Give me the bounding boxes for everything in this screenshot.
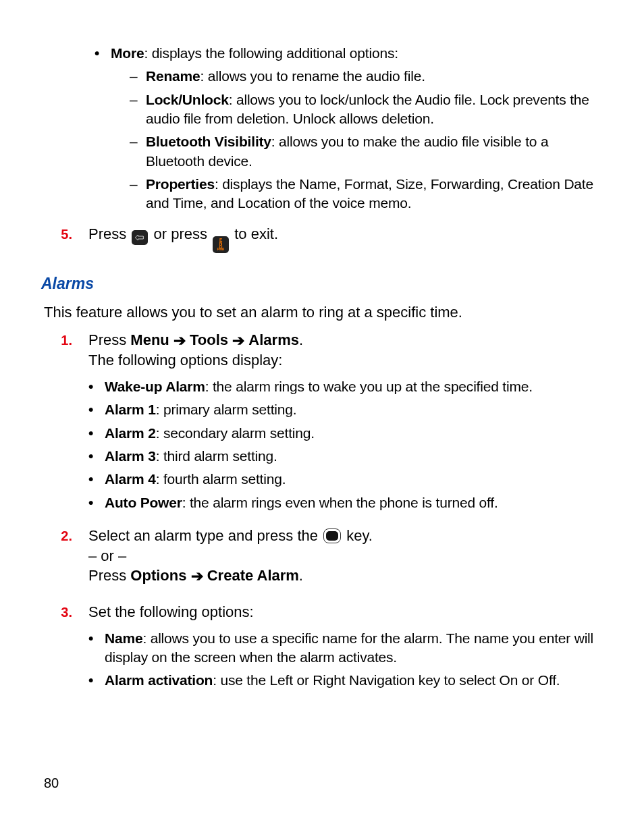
a1-desc: : primary alarm setting. [156,402,297,417]
a3-label: Alarm 3 [105,448,156,464]
exit-text: to exit. [234,225,278,242]
back-key-icon [132,230,148,245]
more-bt: Bluetooth Visibility: allows you to make… [130,132,603,171]
ap-label: Auto Power [105,495,182,510]
bt-label: Bluetooth Visibility [146,134,271,149]
step3-num: 3. [55,602,72,622]
press-text: Press [88,225,130,242]
orpress-text: or press [153,225,211,242]
a2-label: Alarm 2 [105,425,156,441]
page-number: 80 [44,774,59,792]
s2-options: Options [130,567,186,584]
props-label: Properties [146,176,215,192]
s1-alarms: Alarms [248,331,299,348]
s2-dot: . [299,567,303,584]
step-5-num: 5. [55,224,72,244]
s2-create: Create Alarm [207,567,299,584]
step1-nav: Press Menu ➔ Tools ➔ Alarms. [88,330,603,350]
a3-desc: : third alarm setting. [156,448,277,464]
s2-text-a: Select an alarm type and press the [88,527,322,544]
step2-line1: Select an alarm type and press the key. [88,526,603,546]
alarms-step-1: 1. Press Menu ➔ Tools ➔ Alarms. The foll… [55,330,603,516]
name-desc: : allows you to use a specific name for … [105,630,593,665]
opt-alarm4: Alarm 4: fourth alarm setting. [88,470,603,489]
s1-dot: . [299,331,303,348]
alarms-intro: This feature allows you to set an alarm … [44,302,603,323]
alarms-step-2: 2. Select an alarm type and press the ke… [55,526,603,586]
alarms-step-3: 3. Set the following options: Name: allo… [55,602,603,695]
opt-alarm1: Alarm 1: primary alarm setting. [88,400,603,419]
s1-press: Press [88,331,130,348]
opt-activation: Alarm activation: use the Left or Right … [88,671,603,690]
rename-label: Rename [146,68,200,84]
s1-tools: Tools [190,331,228,348]
more-label: More [111,45,144,61]
a1-label: Alarm 1 [105,402,156,417]
step3-lead: Set the following options: [88,602,603,622]
step2-or: – or – [88,546,603,566]
step-5-text: Press or press E N D PWR to exit. [88,224,603,253]
step3-options-list: Name: allows you to use a specific name … [88,629,603,690]
more-subitems: Rename: allows you to rename the audio f… [130,67,603,213]
more-props: Properties: displays the Name, Format, S… [130,175,603,213]
arrow-icon: ➔ [232,331,244,351]
end-pwr: PWR [217,248,225,250]
arrow-icon: ➔ [191,566,203,587]
s2-text-b: key. [346,527,373,544]
step2-num: 2. [55,526,72,545]
name-label: Name [105,630,142,646]
arrow-icon: ➔ [173,331,186,351]
ap-desc: : the alarm rings even when the phone is… [182,495,498,510]
more-lockunlock: Lock/Unlock: allows you to lock/unlock t… [130,90,603,129]
opt-alarm2: Alarm 2: secondary alarm setting. [88,424,603,443]
step-5: 5. Press or press E N D PWR to exit. [55,224,603,253]
opt-autopower: Auto Power: the alarm rings even when th… [88,493,603,512]
lock-label: Lock/Unlock [146,92,229,107]
alarm-options-list: Wake-up Alarm: the alarm rings to wake y… [88,377,603,512]
opt-wakeup: Wake-up Alarm: the alarm rings to wake y… [88,377,603,396]
more-item: More: displays the following additional … [95,44,603,217]
step2-line2: Press Options ➔ Create Alarm. [88,566,603,586]
act-desc: : use the Left or Right Navigation key t… [213,672,560,688]
step1-num: 1. [55,330,72,350]
more-rename: Rename: allows you to rename the audio f… [130,67,603,86]
end-pwr-key-icon: E N D PWR [213,236,229,253]
s2-press: Press [88,567,130,584]
a2-desc: : secondary alarm setting. [156,425,315,441]
a4-label: Alarm 4 [105,471,156,487]
a4-desc: : fourth alarm setting. [156,471,286,487]
opt-alarm3: Alarm 3: third alarm setting. [88,447,603,466]
s1-menu: Menu [130,331,169,348]
rename-desc: : allows you to rename the audio file. [200,68,425,84]
center-key-icon [323,528,341,543]
wakeup-desc: : the alarm rings to wake you up at the … [205,379,533,394]
voice-memo-more-list: More: displays the following additional … [95,44,603,217]
opt-name: Name: allows you to use a specific name … [88,629,603,668]
page-content: More: displays the following additional … [0,0,644,816]
more-desc: : displays the following additional opti… [144,45,398,61]
step1-following: The following options display: [88,350,603,371]
wakeup-label: Wake-up Alarm [105,379,205,394]
alarms-heading: Alarms [41,273,603,294]
act-label: Alarm activation [105,672,213,688]
